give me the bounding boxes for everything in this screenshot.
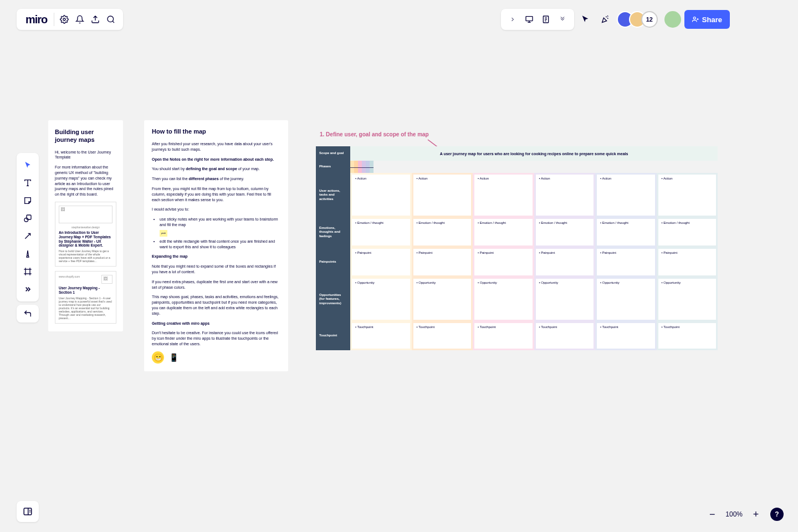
zoom-controls: − 100% + ? (704, 507, 784, 522)
map-cell[interactable]: Emotion / thought (413, 219, 472, 245)
chevron-down-icon[interactable] (554, 11, 571, 28)
card-text: Note that you might need to expand some … (152, 264, 280, 275)
list-item: edit the white rectangle with final cont… (160, 239, 280, 250)
journey-map[interactable]: Scope and goal A user journey map for us… (316, 146, 718, 350)
map-cell[interactable]: Touchpoint (413, 323, 472, 349)
chevron-right-icon[interactable] (504, 11, 521, 28)
row-label-phases: Phases (316, 161, 350, 173)
search-icon[interactable] (103, 12, 119, 27)
link-desc: How to build User Journey Maps to get a … (59, 249, 112, 263)
avatar-overflow-count[interactable]: 12 (641, 11, 658, 28)
image-placeholder (101, 275, 112, 284)
help-button[interactable]: ? (770, 508, 784, 521)
svg-line-11 (607, 18, 608, 18)
map-cell[interactable]: Emotion / thought (352, 219, 410, 245)
phase-cell[interactable]: — (362, 161, 366, 173)
map-cell[interactable]: Opportunity (474, 279, 533, 320)
zoom-in-button[interactable]: + (748, 507, 764, 522)
map-cell[interactable]: Painpoint (536, 249, 594, 275)
topbar-collab-group: 12 Share (577, 9, 730, 30)
map-cell[interactable]: Emotion / thought (474, 219, 533, 245)
map-cell[interactable]: Touchpoint (597, 323, 655, 349)
svg-rect-15 (27, 215, 31, 219)
map-cell[interactable]: Action (597, 175, 655, 216)
intro-card[interactable]: Building user journey maps Hi, welcome t… (48, 120, 123, 331)
row-label-actions: User actions, tasks and activities (316, 173, 350, 217)
map-cell[interactable]: Painpoint (352, 249, 410, 275)
map-cell[interactable]: Action (658, 175, 717, 216)
phase-cell[interactable]: — (358, 161, 362, 173)
card-title: Building user journey maps (55, 128, 116, 144)
map-cell[interactable]: Painpoint (658, 249, 717, 275)
sticky-tool[interactable] (19, 192, 37, 209)
select-tool[interactable] (19, 156, 37, 174)
map-cell[interactable]: Opportunity (658, 279, 717, 320)
reactions-icon[interactable] (597, 11, 613, 28)
arrow-tool[interactable] (19, 227, 37, 245)
svg-line-10 (606, 17, 606, 17)
link-card[interactable]: www.shopify.com User Journey Mapping - S… (55, 271, 116, 324)
map-cell[interactable]: Touchpoint (474, 323, 533, 349)
settings-icon[interactable] (57, 12, 72, 27)
link-domain: stephaniewalter.design (59, 226, 112, 229)
text-tool[interactable] (19, 174, 37, 192)
bell-icon[interactable] (72, 12, 88, 27)
link-card[interactable]: stephaniewalter.design An Introduction t… (55, 202, 116, 267)
howto-card[interactable]: How to fill the map After you finished y… (144, 120, 288, 371)
shape-tool[interactable] (19, 209, 37, 227)
map-cell[interactable]: Opportunity (536, 279, 594, 320)
card-text: From there, you might not fill the map f… (152, 186, 280, 202)
share-label: Share (702, 16, 722, 24)
export-icon[interactable] (88, 12, 103, 27)
cursor-icon[interactable] (577, 11, 594, 28)
card-text: Then you can list the different phases o… (152, 176, 280, 182)
presentation-icon[interactable] (521, 11, 538, 28)
map-cell[interactable]: Painpoint (474, 249, 533, 275)
map-cell[interactable]: Emotion / thought (658, 219, 717, 245)
row-label-scope: Scope and goal (316, 146, 350, 161)
map-cell[interactable]: Painpoint (413, 249, 472, 275)
avatar-group[interactable]: 12 (617, 11, 658, 28)
map-cell[interactable]: Touchpoint (536, 323, 594, 349)
pen-tool[interactable] (19, 245, 37, 263)
row-label-painpoints: Painpoints (316, 247, 350, 277)
map-cell[interactable]: Action (536, 175, 594, 216)
frame-tool[interactable] (19, 263, 37, 280)
map-cell[interactable]: Emotion / thought (536, 219, 594, 245)
zoom-level[interactable]: 100% (723, 510, 745, 518)
link-desc: User Journey Mapping - Section 1 - A use… (59, 296, 112, 320)
map-cell[interactable]: Touchpoint (352, 323, 410, 349)
undo-button[interactable] (17, 305, 39, 323)
miro-logo[interactable]: miro (21, 13, 52, 26)
phase-cell[interactable]: — (350, 161, 354, 173)
map-cell[interactable]: Emotion / thought (597, 219, 655, 245)
current-user-avatar[interactable] (664, 11, 681, 28)
svg-rect-3 (526, 17, 533, 21)
scope-text[interactable]: A user journey map for users who are loo… (350, 146, 718, 161)
map-cell[interactable]: Opportunity (413, 279, 472, 320)
link-title: An Introduction to User Journey Map + PD… (59, 231, 112, 248)
zoom-out-button[interactable]: − (704, 507, 720, 522)
link-title: User Journey Mapping - Section 1 (59, 286, 112, 295)
map-cell[interactable]: Action (413, 175, 472, 216)
map-cell[interactable]: Opportunity (352, 279, 410, 320)
phase-cell[interactable]: — (354, 161, 358, 173)
map-cell[interactable]: Opportunity (597, 279, 655, 320)
phase-cell[interactable]: — (370, 161, 374, 173)
card-text: For more information about the generic U… (55, 165, 116, 197)
map-cell[interactable]: Touchpoint (658, 323, 717, 349)
panel-toggle[interactable] (17, 501, 39, 522)
map-cell[interactable]: Action (352, 175, 410, 216)
map-cell[interactable]: Painpoint (597, 249, 655, 275)
card-text: Don't hesitate to be creative. For insta… (152, 330, 280, 346)
phase-cell[interactable]: — (366, 161, 370, 173)
notes-icon[interactable] (538, 11, 554, 28)
share-button[interactable]: Share (684, 10, 730, 29)
topbar-left: miro (17, 9, 123, 30)
map-cell[interactable]: Action (474, 175, 533, 216)
link-domain: www.shopify.com (59, 275, 99, 282)
row-label-emotions: Emotions, thoughts and feelings (316, 217, 350, 247)
more-tools[interactable] (19, 280, 37, 298)
topbar-present-group (501, 9, 574, 30)
svg-point-1 (108, 16, 114, 22)
